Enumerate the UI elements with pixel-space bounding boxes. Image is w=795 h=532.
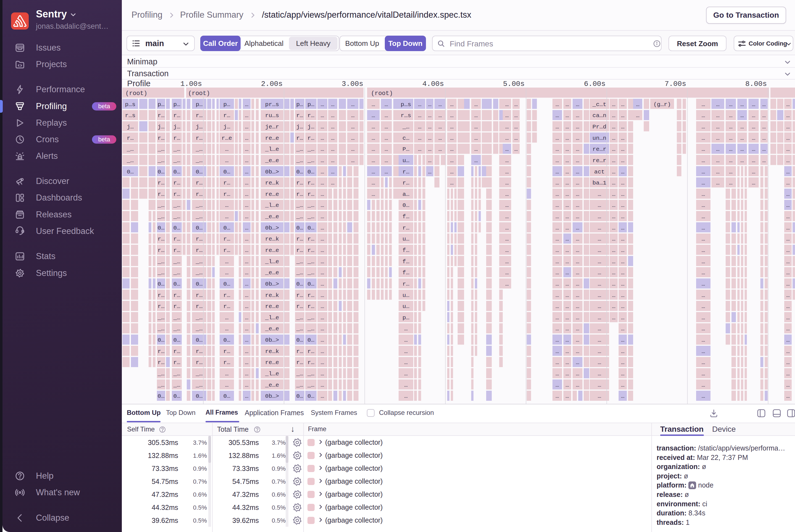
svg-text:…: … xyxy=(576,225,579,231)
svg-text:…: … xyxy=(786,348,790,355)
svg-text:…: … xyxy=(576,236,579,242)
svg-text:re…e: re…e xyxy=(265,303,279,310)
svg-text:…: … xyxy=(438,146,442,152)
svg-text:…: … xyxy=(505,169,509,175)
svg-text:…: … xyxy=(565,225,569,231)
svg-text:…: … xyxy=(404,348,408,355)
svg-text:…: … xyxy=(372,146,375,152)
svg-text:…: … xyxy=(505,236,509,242)
svg-text:…: … xyxy=(786,202,790,209)
svg-text:j…: j… xyxy=(307,124,314,130)
svg-text:r…: r… xyxy=(296,236,303,242)
svg-text:…: … xyxy=(702,225,705,231)
svg-text:…: … xyxy=(621,236,625,242)
svg-text:…: … xyxy=(438,124,442,130)
svg-text:…: … xyxy=(321,213,324,220)
svg-text:_…: _… xyxy=(157,270,164,276)
svg-text:…: … xyxy=(555,259,559,265)
svg-text:…: … xyxy=(786,191,790,197)
svg-text:a…: a… xyxy=(402,191,410,197)
svg-text:_e…e: _e…e xyxy=(265,213,279,220)
svg-text:p…: p… xyxy=(173,101,180,108)
svg-text:r…: r… xyxy=(173,303,180,310)
svg-text:…: … xyxy=(428,124,432,130)
svg-text:0…: 0… xyxy=(307,169,314,175)
svg-text:r…: r… xyxy=(307,180,314,186)
svg-text:…: … xyxy=(245,180,249,186)
svg-text:r…: r… xyxy=(127,135,134,141)
svg-text:…: … xyxy=(404,326,408,332)
svg-text:_…: _… xyxy=(195,382,203,388)
svg-text:…: … xyxy=(372,169,375,175)
svg-text:0…: 0… xyxy=(307,225,314,231)
svg-text:…: … xyxy=(752,180,756,186)
svg-text:…: … xyxy=(245,303,249,310)
svg-text:…: … xyxy=(321,101,324,108)
svg-text:…: … xyxy=(331,124,335,130)
svg-text:…: … xyxy=(514,124,518,130)
svg-text:re…r: re…r xyxy=(592,146,606,152)
svg-text:p…: p… xyxy=(157,101,164,108)
svg-text:…: … xyxy=(565,180,569,186)
svg-text:…: … xyxy=(786,225,790,231)
svg-text:…: … xyxy=(321,124,324,130)
svg-text:r…: r… xyxy=(157,303,164,310)
svg-text:…: … xyxy=(752,146,756,152)
svg-text:…: … xyxy=(321,315,324,321)
svg-text:…: … xyxy=(351,124,355,130)
svg-text:…: … xyxy=(565,303,569,310)
svg-text:0b…>: 0b…> xyxy=(265,225,279,231)
svg-text:…: … xyxy=(752,112,756,119)
svg-text:r…: r… xyxy=(296,247,303,253)
svg-text:…: … xyxy=(372,180,375,186)
svg-text:_…: _… xyxy=(296,202,303,209)
svg-text:r…: r… xyxy=(402,169,410,175)
svg-text:r…: r… xyxy=(157,348,164,355)
svg-text:re…e: re…e xyxy=(265,359,279,366)
svg-text:…: … xyxy=(786,326,790,332)
svg-text:…: … xyxy=(245,112,249,119)
svg-text:…: … xyxy=(729,135,733,141)
svg-text:_…: _… xyxy=(173,371,180,377)
svg-text:…: … xyxy=(404,371,408,377)
svg-text:_…: _… xyxy=(157,315,164,321)
svg-text:…: … xyxy=(702,191,705,197)
svg-text:u…: u… xyxy=(402,292,410,299)
svg-text:r…: r… xyxy=(296,359,303,366)
svg-text:…: … xyxy=(762,124,766,130)
svg-text:…: … xyxy=(716,180,720,186)
svg-text:…: … xyxy=(786,292,790,299)
svg-text:…: … xyxy=(576,146,579,152)
svg-text:j…: j… xyxy=(195,124,203,130)
svg-text:(root): (root) xyxy=(126,90,147,97)
svg-text:…: … xyxy=(225,202,229,209)
svg-text:0…: 0… xyxy=(223,169,230,175)
svg-text:…: … xyxy=(612,281,616,287)
svg-text:…: … xyxy=(786,236,790,242)
svg-text:…: … xyxy=(786,337,790,343)
svg-text:…: … xyxy=(321,359,324,366)
svg-text:_…: _… xyxy=(157,202,164,209)
svg-text:…: … xyxy=(576,191,579,197)
svg-text:…: … xyxy=(245,157,249,164)
svg-text:r…: r… xyxy=(195,359,203,366)
svg-text:…: … xyxy=(331,112,335,119)
svg-text:r…: r… xyxy=(402,225,410,231)
svg-text:…: … xyxy=(245,213,249,220)
svg-text:_l…e: _l…e xyxy=(265,202,279,209)
svg-text:0…: 0… xyxy=(307,393,314,399)
svg-text:…: … xyxy=(621,326,625,332)
svg-text:r…: r… xyxy=(195,191,203,197)
svg-text:…: … xyxy=(612,213,616,220)
svg-text:…: … xyxy=(438,101,442,108)
svg-text:…: … xyxy=(555,315,559,321)
svg-text:…: … xyxy=(555,292,559,299)
svg-text:…: … xyxy=(351,112,355,119)
svg-text:…: … xyxy=(321,337,324,343)
svg-text:…: … xyxy=(621,259,625,265)
svg-text:_…: _… xyxy=(195,270,203,276)
svg-text:…: … xyxy=(321,393,324,399)
svg-text:…: … xyxy=(762,146,766,152)
svg-text:ru…s: ru…s xyxy=(265,112,279,119)
svg-text:…: … xyxy=(752,101,756,108)
